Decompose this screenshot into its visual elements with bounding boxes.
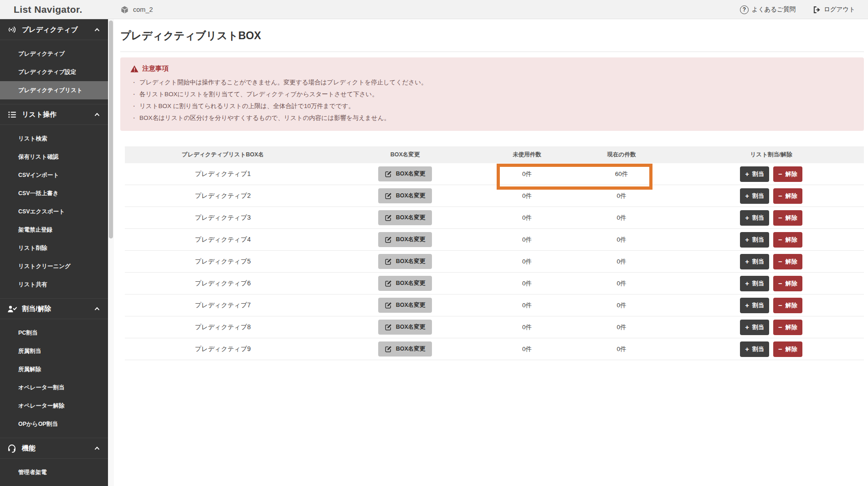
table-row: プレディクティブ1 BOX名変更 0件 60件 +割当 −解除 [125,163,864,185]
sidebar-item-csv-export[interactable]: CSVエクスポート [0,202,108,221]
sidebar-item-predictive-settings[interactable]: プレディクティブ設定 [0,63,108,81]
current-count: 0件 [565,345,678,353]
assign-button[interactable]: +割当 [740,298,769,313]
release-button[interactable]: −解除 [773,276,802,291]
sidebar-section-functions[interactable]: 機能 [0,438,108,459]
sidebar-item-dept-release[interactable]: 所属解除 [0,360,108,378]
release-label: 解除 [786,214,797,222]
rename-label: BOX名変更 [396,301,426,309]
faq-label: よくあるご質問 [752,5,796,14]
sidebar-item-owned-list[interactable]: 保有リスト確認 [0,148,108,166]
release-button[interactable]: −解除 [773,298,802,313]
sidebar-item-list-search[interactable]: リスト検索 [0,129,108,148]
release-button[interactable]: −解除 [773,232,802,248]
sidebar-section-list-ops[interactable]: リスト操作 [0,104,108,125]
release-button[interactable]: −解除 [773,320,802,335]
sidebar-item-operator-release[interactable]: オペレーター解除 [0,397,108,415]
edit-icon [385,171,392,177]
unused-count: 0件 [489,236,565,244]
notice-title: 注意事項 [130,64,854,73]
release-button[interactable]: −解除 [773,188,802,204]
rename-box-button[interactable]: BOX名変更 [378,188,432,203]
sidebar-section-label: プレディクティブ [22,26,78,34]
plus-icon: + [745,236,749,243]
workspace-selector[interactable]: com_2 [120,0,153,19]
rename-box-button[interactable]: BOX名変更 [378,341,432,357]
assign-button[interactable]: +割当 [740,166,769,182]
faq-link[interactable]: ? よくあるご質問 [740,5,796,14]
unused-count: 0件 [489,258,565,266]
sidebar-section-label: 機能 [22,444,36,453]
release-label: 解除 [786,323,797,331]
edit-icon [385,280,392,287]
minus-icon: − [778,324,782,331]
rename-box-button[interactable]: BOX名変更 [378,232,432,247]
page-title: プレディクティブリストBOX [120,29,864,43]
assign-button[interactable]: +割当 [740,320,769,335]
headset-icon [6,444,18,453]
release-button[interactable]: −解除 [773,166,802,182]
release-label: 解除 [786,279,797,288]
sidebar-item-list-share[interactable]: リスト共有 [0,275,108,294]
rename-label: BOX名変更 [396,236,426,243]
current-count: 0件 [565,323,678,331]
table-row: プレディクティブ4 BOX名変更 0件 0件 +割当 −解除 [125,229,864,251]
sidebar-item-dept-assign[interactable]: 所属割当 [0,342,108,360]
assign-button[interactable]: +割当 [740,254,769,269]
sidebar-section-label: リスト操作 [22,110,56,119]
sidebar-item-pc-assign[interactable]: PC割当 [0,324,108,342]
app-logo[interactable]: List Navigator. [14,0,82,19]
sidebar-items-functions: 管理者架電 [0,459,108,486]
assign-button[interactable]: +割当 [740,188,769,204]
table-row: プレディクティブ3 BOX名変更 0件 0件 +割当 −解除 [125,207,864,229]
table-row: プレディクティブ7 BOX名変更 0件 0件 +割当 −解除 [125,295,864,316]
box-name: プレディクティブ8 [125,323,321,331]
sidebar-scrollbar-thumb[interactable] [109,21,113,238]
table-row: プレディクティブ2 BOX名変更 0件 0件 +割当 −解除 [125,185,864,207]
unused-count: 0件 [489,192,565,200]
sidebar-scrollbar-track[interactable] [108,19,114,486]
release-button[interactable]: −解除 [773,210,802,226]
logout-link[interactable]: ログアウト [813,5,855,14]
release-label: 解除 [786,345,797,353]
sidebar-item-predictive-list[interactable]: プレディクティブリスト [0,81,108,99]
rename-box-button[interactable]: BOX名変更 [378,254,432,269]
box-name: プレディクティブ2 [125,192,321,200]
app-window: List Navigator. com_2 ? よくあるご質問 ログアウト [0,0,868,486]
sidebar-item-csv-bulk-overwrite[interactable]: CSV一括上書き [0,184,108,202]
sidebar-item-operator-assign[interactable]: オペレーター割当 [0,378,108,397]
rename-box-button[interactable]: BOX名変更 [378,298,432,313]
plus-icon: + [745,214,749,221]
sidebar-item-op-to-op[interactable]: OPからOP割当 [0,415,108,433]
unused-count: 0件 [489,345,565,353]
sidebar-item-csv-import[interactable]: CSVインポート [0,166,108,184]
col-header-current: 現在の件数 [565,151,678,159]
box-name: プレディクティブ1 [125,170,321,178]
rename-box-button[interactable]: BOX名変更 [378,166,432,181]
sidebar-item-call-ban[interactable]: 架電禁止登録 [0,221,108,239]
release-button[interactable]: −解除 [773,254,802,269]
rename-box-button[interactable]: BOX名変更 [378,210,432,225]
assign-button[interactable]: +割当 [740,341,769,357]
assign-button[interactable]: +割当 [740,276,769,291]
notice-list: プレディクト開始中は操作することができません。変更する場合はプレディクトを停止し… [130,77,854,124]
listbox-table: プレディクティブリストBOX名 BOX名変更 未使用件数 現在の件数 リスト割当… [125,146,864,360]
assign-button[interactable]: +割当 [740,210,769,226]
sidebar-item-list-cleaning[interactable]: リストクリーニング [0,257,108,275]
sidebar-section-assign[interactable]: 割当/解除 [0,298,108,319]
user-check-icon [6,305,18,313]
current-count: 0件 [565,301,678,310]
minus-icon: − [778,171,782,177]
rename-box-button[interactable]: BOX名変更 [378,320,432,335]
assign-button[interactable]: +割当 [740,232,769,248]
table-row: プレディクティブ9 BOX名変更 0件 0件 +割当 −解除 [125,338,864,360]
sidebar-item-list-delete[interactable]: リスト削除 [0,239,108,257]
rename-label: BOX名変更 [396,170,426,178]
release-button[interactable]: −解除 [773,341,802,357]
sidebar-item-predictive[interactable]: プレディクティブ [0,45,108,63]
current-count: 0件 [565,214,678,222]
sidebar-section-predictive[interactable]: プレディクティブ [0,19,108,40]
sidebar-item-admin-call[interactable]: 管理者架電 [0,463,108,481]
rename-box-button[interactable]: BOX名変更 [378,276,432,291]
plus-icon: + [745,280,749,287]
